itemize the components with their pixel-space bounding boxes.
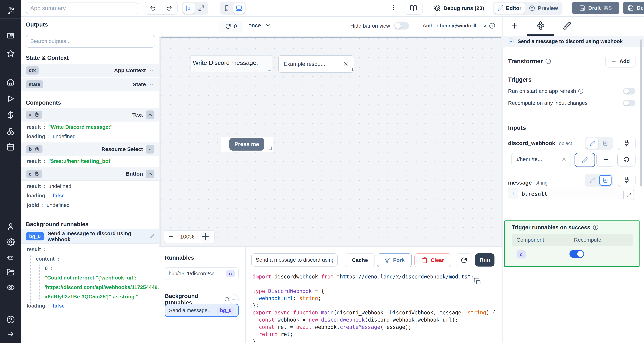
expand-editor-button[interactable] <box>624 190 634 200</box>
success-recompute-toggle[interactable] <box>570 250 584 258</box>
redo-button[interactable] <box>161 2 177 14</box>
info-icon[interactable] <box>593 224 598 230</box>
add-resource-button[interactable] <box>596 153 616 166</box>
refresh-code-button[interactable] <box>456 254 472 267</box>
connect-plug-button[interactable] <box>618 137 636 150</box>
sidebar-folders-icon[interactable] <box>6 268 15 276</box>
canvas-grid[interactable]: Write Discord message: Example resou... … <box>160 38 501 247</box>
resource-picker[interactable]: u/henri/te... <box>511 153 571 166</box>
styling-tab-brush-icon[interactable] <box>562 21 571 30</box>
clear-x-icon[interactable] <box>342 61 349 67</box>
runnable-name-input[interactable] <box>251 254 338 266</box>
eval-mode-button[interactable] <box>599 138 612 149</box>
collapse-button[interactable] <box>146 145 154 154</box>
recompute-toggle[interactable] <box>623 100 635 106</box>
refresh-count-chip[interactable]: 0 <box>219 21 243 32</box>
fullscreen-button[interactable] <box>196 3 207 14</box>
static-mode-button[interactable] <box>586 175 598 186</box>
sidebar-expand-arrow-icon[interactable] <box>6 330 15 338</box>
collapse-button[interactable] <box>146 170 154 178</box>
refresh-count: 0 <box>234 23 237 29</box>
run-button[interactable]: Run <box>475 254 494 266</box>
chevron-down-icon[interactable] <box>149 82 154 87</box>
eval-mode-button[interactable] <box>599 175 612 186</box>
debug-runs-button[interactable]: Debug runs (23) <box>434 2 484 15</box>
run-on-start-toggle[interactable] <box>623 88 635 94</box>
reload-resource-button[interactable] <box>617 153 636 166</box>
windmill-logo-icon[interactable] <box>6 6 15 15</box>
collapse-button[interactable] <box>146 110 154 119</box>
mobile-view-button[interactable] <box>221 3 232 14</box>
desktop-view-button[interactable] <box>233 3 245 14</box>
components-title: Components <box>26 100 61 106</box>
pencil-icon[interactable] <box>150 234 154 238</box>
draft-button[interactable]: Draft ⌘S <box>572 2 620 14</box>
undo-button[interactable] <box>145 2 161 14</box>
text-component-value: Write Discord message: <box>193 59 258 66</box>
info-icon[interactable] <box>578 88 584 94</box>
output-kv: loading:false <box>27 303 64 309</box>
ctx-row[interactable]: ctx App Context <box>21 64 159 77</box>
app-summary-input[interactable] <box>26 2 138 14</box>
chevron-down-icon[interactable] <box>149 68 154 73</box>
sidebar-home-icon[interactable] <box>6 78 15 86</box>
resize-handle[interactable] <box>269 146 272 150</box>
sidebar-schedules-icon[interactable] <box>6 143 15 151</box>
code-editor[interactable]: import discordwebhook from "https://deno… <box>252 273 496 343</box>
sidebar-runs-icon[interactable] <box>6 94 15 103</box>
sidebar-favorites-star-icon[interactable] <box>6 49 15 58</box>
sidebar-users-icon[interactable] <box>6 222 15 230</box>
edit-resource-button[interactable] <box>574 153 595 167</box>
tab-editor[interactable]: Editor <box>494 3 524 14</box>
text-component[interactable]: Write Discord message: <box>190 55 272 72</box>
chevron-up-icon <box>148 147 153 152</box>
bg0-row[interactable]: bg_0 Send a message to discord using web… <box>21 229 159 244</box>
settings-tab-components-icon[interactable] <box>536 21 545 30</box>
deploy-button[interactable]: Deploy <box>623 2 644 14</box>
fork-button[interactable]: Fork <box>377 254 412 267</box>
insert-tab-plus-icon[interactable] <box>510 22 519 30</box>
bg-runnable-item-selected[interactable]: Send a message... bg_0 <box>165 304 239 317</box>
press-me-button[interactable]: Press me <box>230 138 264 150</box>
kebab-menu-icon[interactable] <box>390 4 397 11</box>
resize-handle[interactable] <box>268 68 271 71</box>
connect-plug-button[interactable] <box>618 174 636 187</box>
resource-select-component[interactable]: Example resou... <box>278 55 354 72</box>
hide-bar-toggle[interactable] <box>394 22 409 30</box>
hand-pointer-icon <box>34 112 39 118</box>
copy-code-icon[interactable] <box>474 278 481 285</box>
hub-runnable-item[interactable]: hub/1511/discord/se... c <box>165 267 239 280</box>
sidebar-apps-icon[interactable] <box>6 32 15 40</box>
expr-editor[interactable]: 1 b.result <box>508 188 635 199</box>
info-icon[interactable] <box>489 23 495 29</box>
align-centered-button[interactable] <box>183 3 195 14</box>
zoom-out-icon[interactable] <box>168 234 174 240</box>
sidebar-help-icon[interactable] <box>6 316 15 324</box>
search-outputs-input[interactable] <box>26 35 155 48</box>
resize-handle[interactable] <box>349 68 353 72</box>
state-row[interactable]: state State <box>21 78 159 91</box>
static-mode-button[interactable] <box>586 138 598 149</box>
run-mode-dropdown[interactable]: once <box>248 22 271 29</box>
sidebar-variables-icon[interactable] <box>6 111 15 119</box>
clear-x-icon[interactable] <box>561 156 567 162</box>
sidebar-divider <box>0 66 21 66</box>
info-icon[interactable] <box>224 297 229 302</box>
add-bg-runnable-button[interactable] <box>229 294 239 304</box>
clear-button[interactable]: Clear <box>414 254 451 267</box>
sidebar-audit-eye-icon[interactable] <box>6 283 15 292</box>
component-c-row[interactable]: c Button <box>21 167 159 181</box>
right-panel-scrollbar[interactable] <box>640 39 642 186</box>
component-b-row[interactable]: b Resource Select <box>21 142 159 156</box>
sidebar-resources-icon[interactable] <box>6 127 15 136</box>
sidebar-settings-gear-icon[interactable] <box>6 238 15 246</box>
sidebar-workers-robot-icon[interactable] <box>6 254 15 262</box>
cache-button[interactable]: Cache <box>345 254 375 267</box>
app-canvas[interactable]: Write Discord message: Example resou... … <box>159 36 502 246</box>
tab-preview[interactable]: Preview <box>526 3 561 14</box>
component-a-row[interactable]: a Text <box>21 108 159 122</box>
add-transformer-button[interactable]: Add <box>606 55 636 68</box>
info-icon[interactable] <box>545 58 551 64</box>
docs-button[interactable] <box>404 2 423 14</box>
zoom-in-icon[interactable] <box>200 232 210 242</box>
